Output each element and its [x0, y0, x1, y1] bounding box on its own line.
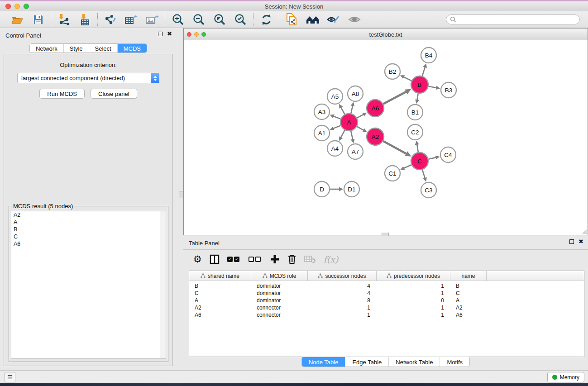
tab-select[interactable]: Select	[89, 44, 117, 52]
graph-edge-B-B1[interactable]	[417, 94, 418, 101]
import-table-button[interactable]	[77, 13, 92, 26]
toggle-graphics-details-button[interactable]	[326, 13, 341, 26]
network-view-window: testGlobe.txt B4B2BB3A5A8A6B1A3AC2A1A2A4…	[183, 28, 588, 235]
graph-edge-C-C4[interactable]	[429, 157, 437, 159]
column-header-MCDS-role[interactable]: MCDS role	[251, 271, 308, 281]
zoom-out-icon	[192, 13, 205, 26]
delete-column-button[interactable]	[287, 253, 296, 266]
float-table-panel-icon[interactable]	[569, 239, 574, 244]
graph-edge-A-A1[interactable]	[333, 125, 340, 129]
float-panel-icon[interactable]	[158, 32, 163, 36]
close-table-panel-icon[interactable]: ✖	[578, 239, 583, 244]
refresh-button[interactable]	[259, 13, 273, 26]
select-all-button[interactable]: ✓✓	[227, 253, 241, 266]
table-panel-title: Table Panel	[189, 240, 220, 247]
create-column-button[interactable]	[270, 253, 280, 266]
task-history-button[interactable]: ☰	[5, 372, 15, 382]
tab-motifs[interactable]: Motifs	[440, 357, 469, 367]
network-window-titlebar[interactable]: testGlobe.txt	[184, 29, 588, 40]
delete-table-button[interactable]	[304, 253, 316, 266]
graph-edge-A-A5[interactable]	[340, 107, 344, 114]
main-toolbar	[0, 11, 588, 28]
tab-network-table[interactable]: Network Table	[388, 357, 440, 367]
tab-node-table[interactable]: Node Table	[302, 357, 345, 367]
graph-edge-B-B3[interactable]	[429, 86, 437, 88]
column-header-predecessor-nodes[interactable]: predecessor nodes	[377, 271, 450, 281]
tab-style[interactable]: Style	[63, 44, 89, 52]
column-header-shared-name[interactable]: shared name	[189, 271, 251, 281]
result-item[interactable]: B	[11, 226, 166, 233]
table-row[interactable]: A2connector11A2	[189, 304, 584, 311]
home-layout-button[interactable]	[306, 13, 320, 26]
table-panel: Table Panel ✖ ⚙ ✓✓	[183, 236, 588, 369]
import-table-icon	[78, 14, 91, 25]
graph-node-label: C2	[411, 129, 419, 136]
zoom-fit-button[interactable]	[212, 13, 227, 26]
result-item[interactable]: C	[11, 233, 166, 240]
zoom-selected-button[interactable]	[233, 13, 248, 26]
open-session-button[interactable]	[10, 13, 24, 26]
tab-network[interactable]: Network	[30, 44, 63, 52]
show-hide-button[interactable]	[347, 13, 362, 26]
graph-edge-A-A7[interactable]	[351, 131, 353, 140]
table-settings-button[interactable]: ⚙	[193, 253, 202, 266]
mcds-result-list[interactable]: A2ABCA6	[11, 211, 166, 359]
search-input[interactable]	[459, 16, 576, 23]
graph-edge-A-A2[interactable]	[357, 127, 364, 131]
table-row[interactable]: A6connector11A6	[189, 311, 584, 319]
table-cell: 1	[377, 305, 450, 311]
graph-edge-A6-B[interactable]	[383, 91, 407, 104]
graph-edge-A-A3[interactable]	[333, 116, 340, 119]
table-cell: dominator	[251, 290, 308, 296]
close-panel-button[interactable]: Close panel	[91, 89, 137, 99]
clone-network-button[interactable]	[285, 13, 299, 26]
zoom-in-button[interactable]	[171, 13, 185, 26]
result-list-scrollbar[interactable]	[160, 211, 166, 358]
table-row[interactable]: Cdominator41C	[189, 290, 584, 297]
graph-edge-C-C1[interactable]	[403, 165, 411, 168]
unselect-all-button[interactable]	[249, 253, 262, 266]
graph-edge-A-A6[interactable]	[357, 114, 364, 118]
node-table[interactable]: shared nameMCDS rolesuccessor nodesprede…	[189, 271, 584, 357]
table-row[interactable]: Adominator80A	[189, 297, 584, 304]
table-row[interactable]: Bdominator41B	[189, 282, 584, 290]
column-header-name[interactable]: name	[450, 271, 487, 281]
save-session-button[interactable]	[31, 13, 45, 26]
criterion-dropdown[interactable]: largest connected component (directed)	[17, 73, 159, 83]
close-panel-icon[interactable]: ✖	[167, 32, 172, 36]
graph-edge-C-C3[interactable]	[422, 170, 425, 179]
zoom-out-button[interactable]	[191, 13, 206, 26]
graph-edge-A2-C[interactable]	[383, 141, 407, 154]
result-item[interactable]: A6	[11, 240, 166, 248]
graph-edge-C-C2[interactable]	[417, 144, 418, 152]
tab-mcds[interactable]: MCDS	[117, 44, 147, 52]
column-header-label: shared name	[208, 273, 239, 279]
run-mcds-button[interactable]: Run MCDS	[39, 89, 85, 99]
show-columns-button[interactable]	[210, 253, 220, 266]
fx-label: f(x)	[324, 254, 339, 264]
network-canvas[interactable]: B4B2BB3A5A8A6B1A3AC2A1A2A4A7C4CC1DD1C3	[184, 40, 588, 235]
status-bar: ☰ Memory	[0, 370, 588, 383]
export-network-button[interactable]	[103, 13, 118, 26]
tab-edge-table[interactable]: Edge Table	[345, 357, 388, 367]
table-header-row: shared nameMCDS rolesuccessor nodesprede…	[189, 271, 584, 281]
vertical-split-grip[interactable]	[179, 191, 183, 198]
network-graph: B4B2BB3A5A8A6B1A3AC2A1A2A4A7C4CC1DD1C3	[184, 40, 588, 235]
edge-arrowhead-icon	[351, 102, 355, 107]
graph-edge-A-A4[interactable]	[340, 130, 344, 138]
export-table-button[interactable]	[124, 13, 139, 26]
column-header-successor-nodes[interactable]: successor nodes	[308, 271, 377, 281]
function-builder-button[interactable]: f(x)	[324, 253, 339, 266]
graph-edge-B-B2[interactable]	[403, 76, 411, 81]
graph-edge-A-A8[interactable]	[351, 105, 353, 113]
graph-edge-B-B4[interactable]	[422, 67, 425, 76]
export-image-button[interactable]	[145, 13, 159, 26]
memory-button[interactable]: Memory	[547, 372, 584, 382]
result-item[interactable]: A2	[11, 211, 166, 219]
import-network-button[interactable]	[57, 13, 71, 26]
result-item[interactable]: A	[11, 219, 166, 226]
table-cell: 1	[377, 312, 450, 318]
search-box[interactable]	[446, 14, 580, 24]
window-titlebar[interactable]: Session: New Session	[0, 1, 588, 11]
resize-grip-icon[interactable]	[581, 228, 587, 234]
